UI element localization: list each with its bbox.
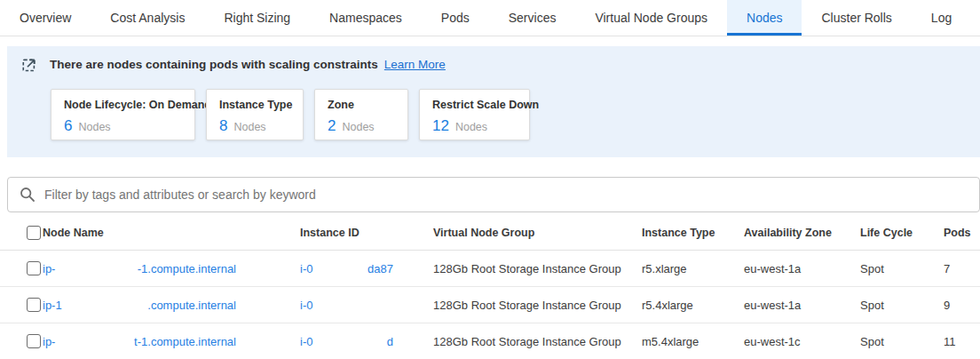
table-row: ip-t-1.compute.internal i-0d 128Gb Root … bbox=[0, 323, 980, 359]
card-count: 2 bbox=[328, 117, 336, 135]
virtual-node-group-cell: 128Gb Root Storage Instance Group bbox=[433, 262, 642, 275]
col-virtual-node-group: Virtual Node Group bbox=[433, 227, 642, 239]
card-title: Restrict Scale Down bbox=[432, 99, 517, 111]
col-pods: Pods bbox=[944, 227, 980, 239]
instance-id-link[interactable]: i-0d bbox=[300, 335, 393, 348]
card-instance-type[interactable]: Instance Type 8 Nodes bbox=[206, 89, 304, 140]
instance-id-link[interactable]: i-0da87 bbox=[300, 262, 393, 275]
select-all-checkbox[interactable] bbox=[27, 226, 41, 240]
tab-cost-analysis[interactable]: Cost Analysis bbox=[91, 0, 204, 36]
search-input[interactable] bbox=[44, 187, 968, 202]
tab-nodes[interactable]: Nodes bbox=[727, 0, 802, 36]
node-name-link[interactable]: ip--1.compute.internal bbox=[43, 262, 236, 275]
tab-bar: Overview Cost Analysis Right Sizing Name… bbox=[0, 0, 980, 36]
node-name-link[interactable]: ip-1.compute.internal bbox=[43, 299, 236, 312]
pods-cell: 7 bbox=[944, 262, 980, 275]
instance-type-cell: r5.4xlarge bbox=[642, 299, 744, 312]
life-cycle-cell: Spot bbox=[860, 262, 944, 275]
availability-zone-cell: eu-west-1a bbox=[744, 299, 860, 312]
row-checkbox[interactable] bbox=[27, 298, 41, 312]
card-node-lifecycle[interactable]: Node Lifecycle: On Demand 6 Nodes bbox=[51, 89, 195, 140]
life-cycle-cell: Spot bbox=[860, 299, 944, 312]
card-title: Node Lifecycle: On Demand bbox=[64, 99, 182, 111]
virtual-node-group-cell: 128Gb Root Storage Instance Group bbox=[433, 299, 642, 312]
pods-cell: 9 bbox=[944, 299, 980, 312]
col-life-cycle: Life Cycle bbox=[860, 227, 944, 239]
card-title: Instance Type bbox=[219, 99, 290, 111]
banner-header: There are nodes containing pods with sca… bbox=[7, 57, 980, 72]
tab-namespaces[interactable]: Namespaces bbox=[310, 0, 422, 36]
tab-pods[interactable]: Pods bbox=[422, 0, 489, 36]
col-instance-id: Instance ID bbox=[300, 227, 433, 239]
tab-virtual-node-groups[interactable]: Virtual Node Groups bbox=[575, 0, 727, 36]
pods-cell: 11 bbox=[944, 335, 980, 348]
col-availability-zone: Availability Zone bbox=[744, 227, 860, 239]
tab-cluster-rolls[interactable]: Cluster Rolls bbox=[802, 0, 911, 36]
tab-overview[interactable]: Overview bbox=[0, 0, 91, 36]
card-count: 6 bbox=[64, 117, 72, 135]
banner-message: There are nodes containing pods with sca… bbox=[50, 58, 378, 71]
node-name-link[interactable]: ip-t-1.compute.internal bbox=[43, 335, 236, 348]
card-unit: Nodes bbox=[233, 121, 265, 133]
instance-type-cell: m5.4xlarge bbox=[642, 335, 744, 348]
table-row: ip-1.compute.internal i-0 128Gb Root Sto… bbox=[0, 286, 980, 323]
instance-type-cell: r5.xlarge bbox=[642, 262, 744, 275]
card-count: 8 bbox=[219, 117, 227, 135]
col-instance-type: Instance Type bbox=[642, 227, 744, 239]
card-count: 12 bbox=[432, 117, 449, 135]
nodes-table: Node Name Instance ID Virtual Node Group… bbox=[0, 215, 980, 359]
virtual-node-group-cell: 128Gb Root Storage Instance Group bbox=[433, 335, 642, 348]
card-title: Zone bbox=[328, 99, 395, 111]
table-header: Node Name Instance ID Virtual Node Group… bbox=[0, 215, 980, 251]
tab-services[interactable]: Services bbox=[489, 0, 576, 36]
card-unit: Nodes bbox=[455, 121, 487, 133]
scaling-constraints-banner: There are nodes containing pods with sca… bbox=[7, 46, 980, 157]
card-restrict-scale-down[interactable]: Restrict Scale Down 12 Nodes bbox=[419, 89, 530, 140]
availability-zone-cell: eu-west-1a bbox=[744, 262, 860, 275]
learn-more-link[interactable]: Learn More bbox=[384, 58, 446, 71]
scale-out-icon bbox=[22, 57, 37, 72]
card-zone[interactable]: Zone 2 Nodes bbox=[314, 89, 408, 140]
row-checkbox[interactable] bbox=[27, 261, 41, 275]
tab-right-sizing[interactable]: Right Sizing bbox=[204, 0, 310, 36]
tab-log[interactable]: Log bbox=[912, 0, 971, 36]
constraint-cards: Node Lifecycle: On Demand 6 Nodes Instan… bbox=[51, 89, 980, 140]
life-cycle-cell: Spot bbox=[860, 335, 944, 348]
row-checkbox[interactable] bbox=[27, 334, 41, 348]
availability-zone-cell: eu-west-1c bbox=[744, 335, 860, 348]
col-node-name: Node Name bbox=[43, 227, 300, 239]
table-row: ip--1.compute.internal i-0da87 128Gb Roo… bbox=[0, 251, 980, 286]
instance-id-link[interactable]: i-0 bbox=[300, 299, 393, 312]
filter-bar bbox=[7, 177, 980, 212]
card-unit: Nodes bbox=[342, 121, 374, 133]
card-unit: Nodes bbox=[78, 121, 110, 133]
search-icon bbox=[20, 187, 36, 203]
